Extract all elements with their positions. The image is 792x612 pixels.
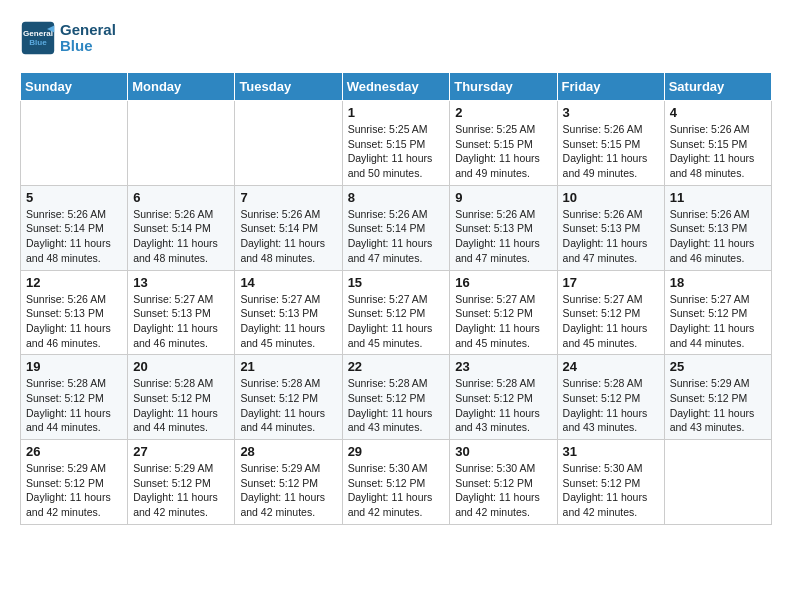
column-header-thursday: Thursday [450,73,557,101]
calendar-cell: 21Sunrise: 5:28 AM Sunset: 5:12 PM Dayli… [235,355,342,440]
calendar-week-row: 12Sunrise: 5:26 AM Sunset: 5:13 PM Dayli… [21,270,772,355]
day-info: Sunrise: 5:29 AM Sunset: 5:12 PM Dayligh… [26,461,122,520]
calendar-cell: 14Sunrise: 5:27 AM Sunset: 5:13 PM Dayli… [235,270,342,355]
column-header-sunday: Sunday [21,73,128,101]
calendar-cell: 20Sunrise: 5:28 AM Sunset: 5:12 PM Dayli… [128,355,235,440]
day-number: 14 [240,275,336,290]
day-number: 20 [133,359,229,374]
day-info: Sunrise: 5:29 AM Sunset: 5:12 PM Dayligh… [133,461,229,520]
day-info: Sunrise: 5:27 AM Sunset: 5:12 PM Dayligh… [348,292,445,351]
day-info: Sunrise: 5:26 AM Sunset: 5:14 PM Dayligh… [26,207,122,266]
day-number: 25 [670,359,766,374]
day-info: Sunrise: 5:28 AM Sunset: 5:12 PM Dayligh… [240,376,336,435]
day-number: 29 [348,444,445,459]
calendar-cell: 1Sunrise: 5:25 AM Sunset: 5:15 PM Daylig… [342,101,450,186]
calendar-week-row: 26Sunrise: 5:29 AM Sunset: 5:12 PM Dayli… [21,440,772,525]
day-number: 18 [670,275,766,290]
day-number: 13 [133,275,229,290]
day-info: Sunrise: 5:28 AM Sunset: 5:12 PM Dayligh… [563,376,659,435]
svg-text:Blue: Blue [29,38,47,47]
day-info: Sunrise: 5:26 AM Sunset: 5:15 PM Dayligh… [670,122,766,181]
day-info: Sunrise: 5:26 AM Sunset: 5:15 PM Dayligh… [563,122,659,181]
day-info: Sunrise: 5:28 AM Sunset: 5:12 PM Dayligh… [133,376,229,435]
day-info: Sunrise: 5:28 AM Sunset: 5:12 PM Dayligh… [348,376,445,435]
day-number: 21 [240,359,336,374]
day-info: Sunrise: 5:26 AM Sunset: 5:14 PM Dayligh… [133,207,229,266]
day-number: 17 [563,275,659,290]
day-number: 7 [240,190,336,205]
calendar-cell: 17Sunrise: 5:27 AM Sunset: 5:12 PM Dayli… [557,270,664,355]
calendar-cell: 7Sunrise: 5:26 AM Sunset: 5:14 PM Daylig… [235,185,342,270]
day-number: 22 [348,359,445,374]
day-number: 15 [348,275,445,290]
calendar-cell: 3Sunrise: 5:26 AM Sunset: 5:15 PM Daylig… [557,101,664,186]
calendar-cell: 25Sunrise: 5:29 AM Sunset: 5:12 PM Dayli… [664,355,771,440]
calendar-header-row: SundayMondayTuesdayWednesdayThursdayFrid… [21,73,772,101]
calendar-cell: 31Sunrise: 5:30 AM Sunset: 5:12 PM Dayli… [557,440,664,525]
logo-icon: General Blue [20,20,56,56]
day-number: 2 [455,105,551,120]
day-number: 4 [670,105,766,120]
calendar-cell: 19Sunrise: 5:28 AM Sunset: 5:12 PM Dayli… [21,355,128,440]
day-info: Sunrise: 5:27 AM Sunset: 5:12 PM Dayligh… [670,292,766,351]
calendar-cell: 26Sunrise: 5:29 AM Sunset: 5:12 PM Dayli… [21,440,128,525]
day-info: Sunrise: 5:26 AM Sunset: 5:14 PM Dayligh… [348,207,445,266]
day-info: Sunrise: 5:29 AM Sunset: 5:12 PM Dayligh… [670,376,766,435]
calendar-week-row: 1Sunrise: 5:25 AM Sunset: 5:15 PM Daylig… [21,101,772,186]
day-number: 3 [563,105,659,120]
day-number: 10 [563,190,659,205]
day-info: Sunrise: 5:27 AM Sunset: 5:13 PM Dayligh… [133,292,229,351]
day-number: 27 [133,444,229,459]
column-header-saturday: Saturday [664,73,771,101]
day-number: 19 [26,359,122,374]
calendar-cell: 27Sunrise: 5:29 AM Sunset: 5:12 PM Dayli… [128,440,235,525]
svg-text:General: General [23,29,53,38]
logo: General Blue General Blue [20,20,116,56]
day-number: 8 [348,190,445,205]
calendar-cell: 9Sunrise: 5:26 AM Sunset: 5:13 PM Daylig… [450,185,557,270]
calendar-cell: 10Sunrise: 5:26 AM Sunset: 5:13 PM Dayli… [557,185,664,270]
day-info: Sunrise: 5:27 AM Sunset: 5:13 PM Dayligh… [240,292,336,351]
day-number: 1 [348,105,445,120]
calendar-cell: 13Sunrise: 5:27 AM Sunset: 5:13 PM Dayli… [128,270,235,355]
day-info: Sunrise: 5:25 AM Sunset: 5:15 PM Dayligh… [455,122,551,181]
calendar-cell [664,440,771,525]
calendar-cell: 22Sunrise: 5:28 AM Sunset: 5:12 PM Dayli… [342,355,450,440]
calendar-cell: 23Sunrise: 5:28 AM Sunset: 5:12 PM Dayli… [450,355,557,440]
logo-text-line1: General [60,22,116,39]
calendar-table: SundayMondayTuesdayWednesdayThursdayFrid… [20,72,772,525]
day-info: Sunrise: 5:30 AM Sunset: 5:12 PM Dayligh… [348,461,445,520]
calendar-cell: 16Sunrise: 5:27 AM Sunset: 5:12 PM Dayli… [450,270,557,355]
day-info: Sunrise: 5:28 AM Sunset: 5:12 PM Dayligh… [455,376,551,435]
day-info: Sunrise: 5:26 AM Sunset: 5:13 PM Dayligh… [26,292,122,351]
day-info: Sunrise: 5:26 AM Sunset: 5:13 PM Dayligh… [563,207,659,266]
calendar-cell: 12Sunrise: 5:26 AM Sunset: 5:13 PM Dayli… [21,270,128,355]
calendar-cell: 6Sunrise: 5:26 AM Sunset: 5:14 PM Daylig… [128,185,235,270]
day-info: Sunrise: 5:26 AM Sunset: 5:13 PM Dayligh… [670,207,766,266]
day-number: 5 [26,190,122,205]
day-number: 24 [563,359,659,374]
calendar-week-row: 19Sunrise: 5:28 AM Sunset: 5:12 PM Dayli… [21,355,772,440]
day-number: 30 [455,444,551,459]
day-number: 9 [455,190,551,205]
day-number: 28 [240,444,336,459]
calendar-cell: 5Sunrise: 5:26 AM Sunset: 5:14 PM Daylig… [21,185,128,270]
column-header-monday: Monday [128,73,235,101]
calendar-cell: 11Sunrise: 5:26 AM Sunset: 5:13 PM Dayli… [664,185,771,270]
day-info: Sunrise: 5:30 AM Sunset: 5:12 PM Dayligh… [455,461,551,520]
page-header: General Blue General Blue [20,20,772,56]
calendar-cell: 18Sunrise: 5:27 AM Sunset: 5:12 PM Dayli… [664,270,771,355]
column-header-tuesday: Tuesday [235,73,342,101]
calendar-week-row: 5Sunrise: 5:26 AM Sunset: 5:14 PM Daylig… [21,185,772,270]
logo-text-line2: Blue [60,38,116,55]
calendar-cell [21,101,128,186]
day-number: 16 [455,275,551,290]
day-number: 26 [26,444,122,459]
calendar-cell: 2Sunrise: 5:25 AM Sunset: 5:15 PM Daylig… [450,101,557,186]
calendar-cell [128,101,235,186]
calendar-cell: 28Sunrise: 5:29 AM Sunset: 5:12 PM Dayli… [235,440,342,525]
day-info: Sunrise: 5:26 AM Sunset: 5:14 PM Dayligh… [240,207,336,266]
column-header-wednesday: Wednesday [342,73,450,101]
calendar-cell: 15Sunrise: 5:27 AM Sunset: 5:12 PM Dayli… [342,270,450,355]
calendar-cell: 30Sunrise: 5:30 AM Sunset: 5:12 PM Dayli… [450,440,557,525]
